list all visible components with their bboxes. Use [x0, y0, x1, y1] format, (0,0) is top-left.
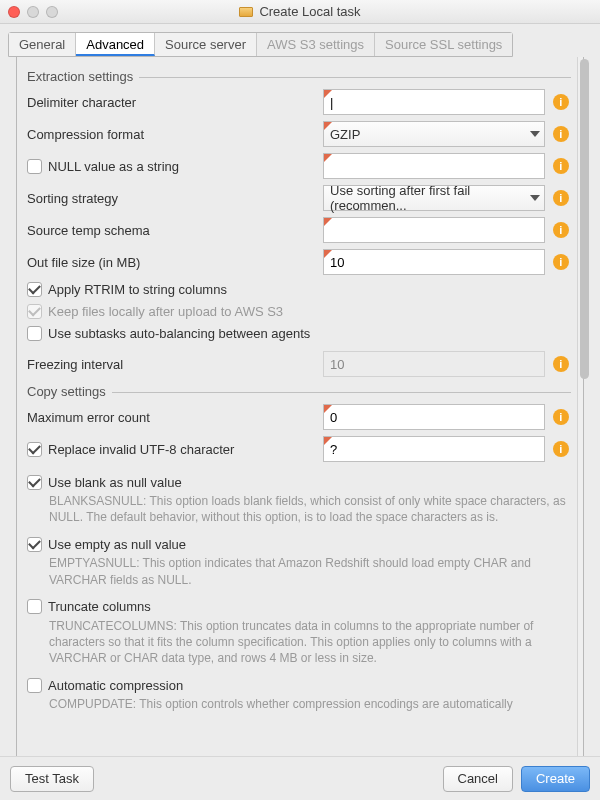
- dialog-footer: Test Task Cancel Create: [0, 756, 600, 800]
- out-file-input[interactable]: [323, 249, 545, 275]
- compression-label: Compression format: [27, 127, 317, 142]
- tab-advanced[interactable]: Advanced: [76, 33, 155, 56]
- compression-value: GZIP: [330, 127, 360, 142]
- box-icon: [239, 7, 253, 17]
- max-err-input[interactable]: [323, 404, 545, 430]
- freeze-input: [323, 351, 545, 377]
- info-icon[interactable]: i: [553, 441, 569, 457]
- scrollbar-thumb[interactable]: [580, 59, 589, 379]
- auto-comp-desc: COMPUPDATE: This option controls whether…: [49, 696, 571, 712]
- sorting-label: Sorting strategy: [27, 191, 317, 206]
- rtrim-label: Apply RTRIM to string columns: [48, 282, 227, 297]
- window-close-button[interactable]: [8, 6, 20, 18]
- blank-null-checkbox[interactable]: [27, 475, 42, 490]
- null-string-label: NULL value as a string: [48, 159, 179, 174]
- blank-null-desc: BLANKSASNULL: This option loads blank fi…: [49, 493, 571, 525]
- tab-bar: General Advanced Source server AWS S3 se…: [8, 32, 513, 57]
- info-icon[interactable]: i: [553, 158, 569, 174]
- empty-null-checkbox[interactable]: [27, 537, 42, 552]
- info-icon[interactable]: i: [553, 222, 569, 238]
- sorting-value: Use sorting after first fail (recommen..…: [330, 183, 524, 213]
- temp-schema-label: Source temp schema: [27, 223, 317, 238]
- info-icon[interactable]: i: [553, 94, 569, 110]
- group-extraction: Extraction settings Delimiter character …: [27, 77, 571, 380]
- delimiter-label: Delimiter character: [27, 95, 317, 110]
- truncate-desc: TRUNCATECOLUMNS: This option truncates d…: [49, 618, 571, 667]
- group-copy-title: Copy settings: [27, 384, 112, 399]
- cancel-button[interactable]: Cancel: [443, 766, 513, 792]
- tab-general[interactable]: General: [9, 33, 76, 56]
- group-copy: Copy settings Maximum error count i Repl…: [27, 392, 571, 713]
- replace-utf-input[interactable]: [323, 436, 545, 462]
- keep-local-label: Keep files locally after upload to AWS S…: [48, 304, 283, 319]
- tab-source-server[interactable]: Source server: [155, 33, 257, 56]
- temp-schema-input[interactable]: [323, 217, 545, 243]
- empty-null-desc: EMPTYASNULL: This option indicates that …: [49, 555, 571, 587]
- blank-null-label: Use blank as null value: [48, 475, 182, 490]
- chevron-down-icon: [530, 131, 540, 137]
- info-icon[interactable]: i: [553, 254, 569, 270]
- chevron-down-icon: [530, 195, 540, 201]
- window-minimize-button[interactable]: [27, 6, 39, 18]
- null-string-input[interactable]: [323, 153, 545, 179]
- tab-aws-s3: AWS S3 settings: [257, 33, 375, 56]
- max-err-label: Maximum error count: [27, 410, 317, 425]
- info-icon[interactable]: i: [553, 409, 569, 425]
- create-button[interactable]: Create: [521, 766, 590, 792]
- compression-select[interactable]: GZIP: [323, 121, 545, 147]
- rtrim-checkbox[interactable]: [27, 282, 42, 297]
- group-extraction-title: Extraction settings: [27, 69, 139, 84]
- replace-utf-label: Replace invalid UTF-8 character: [48, 442, 234, 457]
- autobalance-label: Use subtasks auto-balancing between agen…: [48, 326, 310, 341]
- null-string-checkbox[interactable]: [27, 159, 42, 174]
- window-zoom-button[interactable]: [46, 6, 58, 18]
- out-file-label: Out file size (in MB): [27, 255, 317, 270]
- tab-source-ssl: Source SSL settings: [375, 33, 512, 56]
- truncate-checkbox[interactable]: [27, 599, 42, 614]
- info-icon[interactable]: i: [553, 356, 569, 372]
- window-title: Create Local task: [259, 4, 360, 19]
- replace-utf-checkbox[interactable]: [27, 442, 42, 457]
- keep-local-checkbox[interactable]: [27, 304, 42, 319]
- test-task-button[interactable]: Test Task: [10, 766, 94, 792]
- auto-comp-checkbox[interactable]: [27, 678, 42, 693]
- sorting-select[interactable]: Use sorting after first fail (recommen..…: [323, 185, 545, 211]
- info-icon[interactable]: i: [553, 126, 569, 142]
- truncate-label: Truncate columns: [48, 599, 151, 614]
- freeze-label: Freezing interval: [27, 357, 317, 372]
- delimiter-input[interactable]: [323, 89, 545, 115]
- scrollbar[interactable]: [577, 57, 583, 768]
- auto-comp-label: Automatic compression: [48, 678, 183, 693]
- autobalance-checkbox[interactable]: [27, 326, 42, 341]
- empty-null-label: Use empty as null value: [48, 537, 186, 552]
- info-icon[interactable]: i: [553, 190, 569, 206]
